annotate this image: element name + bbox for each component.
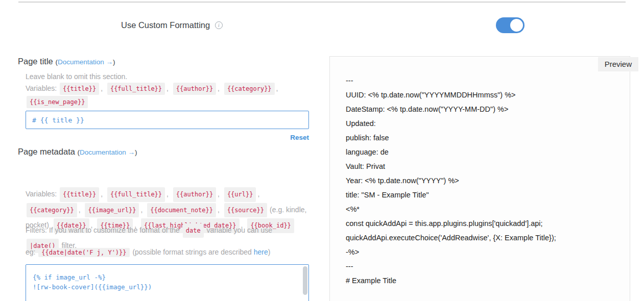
page-title-variables: Variables: {{title}}, {{full_title}}, {{… xyxy=(26,82,311,109)
preview-line: Updated: xyxy=(346,116,619,131)
page-metadata-heading: Page metadata (Documentation →) xyxy=(18,147,137,157)
preview-line: title: "SM - Example Title" xyxy=(346,188,619,202)
info-icon[interactable]: i xyxy=(215,21,223,29)
preview-line: quickAddApi.executeChoice('AddReadwise',… xyxy=(346,231,619,245)
custom-formatting-toggle[interactable] xyxy=(496,17,524,33)
format-strings-link[interactable]: here xyxy=(254,248,268,256)
variable-chip: {{title}} xyxy=(60,83,99,95)
paren: ) xyxy=(113,58,115,66)
variable-separator: , xyxy=(140,206,142,214)
preview-line: --- xyxy=(346,73,619,88)
variable-chip: {{category}} xyxy=(27,203,77,218)
variable-chip: {{image_url}} xyxy=(85,203,139,218)
variables-label: Variables: xyxy=(26,190,57,198)
reset-row: Reset xyxy=(26,133,309,142)
variable-chip: {{url}} xyxy=(224,187,256,202)
variable-chip: {{category}} xyxy=(224,83,275,95)
preview-line: <%* xyxy=(346,202,619,216)
variable-chip: {{author}} xyxy=(173,187,216,202)
variable-chip: {{document_note}} xyxy=(147,203,216,218)
variable-chip: {{source}} xyxy=(224,203,267,218)
page-title-template-input[interactable] xyxy=(26,111,309,129)
example-code-chip: {{date|date('F j, Y')}} xyxy=(38,248,129,257)
page-metadata-heading-text: Page metadata xyxy=(18,147,75,156)
date-variable-chip: date xyxy=(183,223,204,238)
variable-separator: , xyxy=(101,84,103,92)
page-title-help-text: Leave blank to omit this section. xyxy=(26,72,127,81)
preview-line: language: de xyxy=(346,145,619,159)
variable-separator: , xyxy=(257,190,259,198)
example-line: eg: {{date|date('F j, Y')}} (possible fo… xyxy=(26,247,312,258)
top-divider xyxy=(18,2,626,3)
variable-chip: {{is_new_page}} xyxy=(27,96,88,108)
page-metadata-template-editor[interactable]: {% if image_url -%} ![rw-book-cover]({{i… xyxy=(26,264,309,301)
editor-scrollbar-thumb[interactable] xyxy=(303,266,307,295)
preview-line: -%> xyxy=(346,245,619,259)
preview-line: DateStamp: <% tp.date.now("YYYY-MM-DD") … xyxy=(346,102,619,116)
variable-separator: , xyxy=(218,206,220,214)
variable-separator: , xyxy=(101,190,103,198)
filters-middle: variable you can use xyxy=(207,226,272,234)
preview-line: Year: <% tp.date.now("YYYY") %> xyxy=(346,173,619,188)
reset-button[interactable]: Reset xyxy=(290,134,309,141)
variable-separator: , xyxy=(218,84,220,92)
toggle-knob xyxy=(510,19,523,32)
paren: ) xyxy=(135,148,137,156)
preview-line: publish: false xyxy=(346,131,619,145)
filters-prefix: Filters: If you want to customize the fo… xyxy=(26,226,180,234)
variable-separator: , xyxy=(166,84,169,92)
preview-line: --- xyxy=(346,259,619,273)
settings-page: Use Custom Formatting i Page title (Docu… xyxy=(0,0,644,301)
preview-tab[interactable]: Preview xyxy=(598,57,638,71)
variable-chip: {{full_title}} xyxy=(107,83,165,95)
example-label: eg: xyxy=(26,248,35,256)
variable-chip: {{full_title}} xyxy=(107,187,165,202)
page-title-heading: Page title (Documentation →) xyxy=(18,57,115,66)
variable-separator: , xyxy=(79,206,81,214)
page-metadata-doc-link[interactable]: Documentation → xyxy=(80,148,135,156)
variable-chip: {{author}} xyxy=(173,83,216,95)
preview-line: Vault: Privat xyxy=(346,159,619,173)
preview-content: --- UUID: <% tp.date.now("YYYYMMDDHHmmss… xyxy=(330,57,630,298)
variables-label: Variables: xyxy=(26,84,57,92)
use-custom-formatting-label: Use Custom Formatting xyxy=(121,20,210,30)
preview-line: UUID: <% tp.date.now("YYYYMMDDHHmmss") %… xyxy=(346,88,619,102)
variable-separator: , xyxy=(166,190,169,198)
example-text: (possible format strings are described xyxy=(132,248,251,256)
preview-panel: Preview --- UUID: <% tp.date.now("YYYYMM… xyxy=(329,56,630,301)
variable-separator: , xyxy=(218,190,220,198)
page-title-doc-link[interactable]: Documentation → xyxy=(58,58,113,66)
preview-line: const quickAddApi = this.app.plugins.plu… xyxy=(346,216,619,231)
variable-separator: , xyxy=(276,84,278,92)
variable-chip: {{title}} xyxy=(60,187,99,202)
page-title-heading-text: Page title xyxy=(18,57,53,66)
example-close-paren: ) xyxy=(268,248,271,256)
preview-line: # Example Title xyxy=(346,273,619,288)
